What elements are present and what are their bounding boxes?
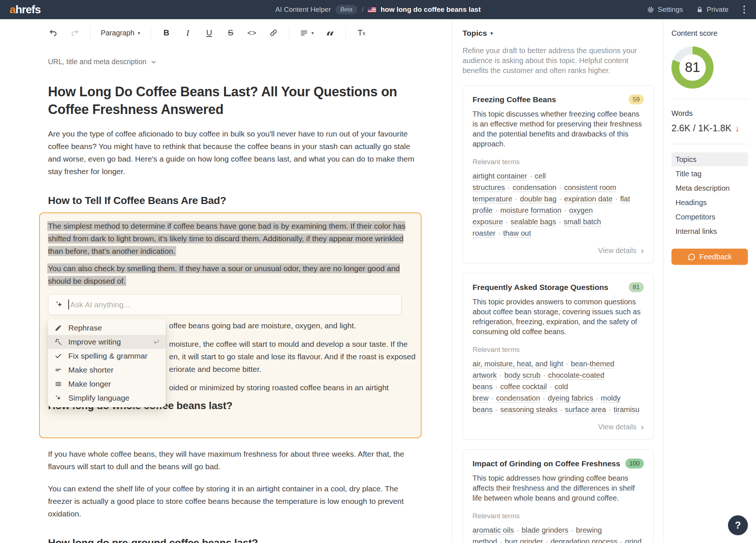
blockquote-button[interactable]: “ (322, 25, 338, 41)
term-separator: · (615, 195, 618, 203)
clear-formatting-button[interactable]: Tx (353, 25, 370, 41)
chevron-right-icon: › (641, 248, 644, 254)
topic-card-description: This topic addresses how grinding coffee… (472, 473, 644, 503)
help-button[interactable]: ? (728, 515, 748, 535)
relevant-terms-list: air, moisture, heat, and light·bean-them… (472, 358, 644, 415)
relevant-term[interactable]: body scrub (504, 371, 540, 380)
ai-menu-item-rephrase[interactable]: Rephrase (48, 321, 166, 335)
undo-button[interactable] (45, 25, 61, 41)
relevant-term[interactable]: airtight container (472, 172, 527, 181)
ai-menu-item-fix-spelling-grammar[interactable]: Fix spelling & grammar (48, 349, 166, 363)
link-button[interactable] (265, 25, 282, 41)
code-button[interactable]: <> (244, 25, 260, 41)
relevant-term[interactable]: surface area (565, 405, 606, 414)
sidebar-nav-topics[interactable]: Topics (671, 152, 748, 166)
url-meta-toggle[interactable]: URL, title and meta description (48, 58, 417, 66)
document-title[interactable]: how long do coffee beans last (381, 6, 481, 14)
ai-menu-item-improve-writing[interactable]: Improve writing (48, 335, 166, 349)
topic-score-badge: 81 (629, 282, 644, 292)
selected-paragraph: The simplest method to determine if coff… (48, 220, 413, 257)
ai-menu-item-make-shorter[interactable]: Make shorter (48, 363, 166, 377)
relevant-term[interactable]: burr grinder (505, 537, 543, 543)
term-separator: · (543, 371, 546, 379)
term-separator: · (543, 394, 545, 402)
chevron-down-icon (150, 59, 157, 65)
ai-menu-item-make-longer[interactable]: Make longer (48, 377, 166, 391)
obscured-text-line: oided or minimized by storing roasted co… (169, 381, 413, 394)
relevant-term[interactable]: air, moisture, heat, and light (472, 360, 563, 369)
term-separator: · (550, 383, 552, 391)
ai-menu-item-simplify-language[interactable]: Simplify language (48, 391, 166, 405)
relevant-term[interactable]: dyeing fabrics (548, 394, 593, 403)
relevant-term[interactable]: degradation process (550, 537, 617, 543)
term-separator: · (515, 195, 518, 203)
alignment-dropdown[interactable]: ▾ (297, 25, 317, 41)
topic-score-badge: 59 (629, 94, 644, 104)
sidebar-nav-internal-links[interactable]: Internal links (671, 224, 748, 238)
section-heading-preground: How long do pre-ground coffee beans last… (48, 537, 417, 543)
relevant-term[interactable]: double bag (520, 195, 557, 204)
intro-paragraph: Are you the type of coffee aficionado to… (48, 128, 417, 178)
view-details-label: View details (598, 423, 636, 431)
relevant-term[interactable]: condensation (512, 183, 556, 192)
relevant-term[interactable]: aromatic oils (472, 526, 514, 535)
relevant-term[interactable]: moisture formation (500, 206, 561, 215)
term-separator: · (491, 394, 494, 402)
breadcrumb-separator: / (362, 6, 364, 14)
relevant-terms-label: Relevant terms (472, 512, 644, 520)
content-score-value: 81 (685, 60, 700, 75)
selected-text: You can also check by smelling them. If … (48, 264, 400, 285)
topics-dropdown[interactable]: Topics ▾ (463, 29, 653, 38)
chat-bubble-icon (688, 253, 695, 261)
ai-selection-box: The simplest method to determine if coff… (39, 212, 422, 438)
body-paragraph: If you have whole coffee beans, they wil… (48, 448, 417, 473)
ask-ai-placeholder: Ask AI anything... (70, 300, 130, 309)
term-separator: · (508, 183, 510, 191)
redo-icon (71, 29, 79, 37)
settings-button[interactable]: Settings (647, 6, 683, 14)
bold-button[interactable]: B (158, 25, 175, 41)
relevant-term[interactable]: sealable bags (511, 218, 556, 226)
topics-panel: Topics ▾ Refine your draft to better add… (452, 19, 663, 543)
redo-button[interactable] (66, 25, 83, 41)
term-separator: · (500, 537, 502, 543)
term-separator: · (516, 526, 519, 534)
italic-button[interactable]: I (180, 25, 196, 41)
term-separator: · (560, 405, 563, 414)
sidebar-nav-competitors[interactable]: Competitors (671, 210, 748, 224)
private-button[interactable]: Private (696, 6, 728, 14)
topic-card-description: This topic provides answers to common qu… (472, 297, 644, 337)
shorten-icon (54, 366, 63, 374)
document-body[interactable]: URL, title and meta description How Long… (0, 46, 417, 543)
relevant-term[interactable]: tiramisu (614, 405, 639, 414)
term-separator: · (495, 206, 498, 214)
view-details-link[interactable]: View details› (472, 246, 644, 255)
feedback-button[interactable]: Feedback (671, 249, 748, 265)
wand-icon (54, 338, 63, 346)
editor-pane: Paragraph ▾ B I U S <> ▾ “ Tx U (0, 19, 452, 543)
ask-ai-input[interactable]: Ask AI anything... (48, 294, 402, 315)
sparkle-icon (54, 394, 63, 402)
ahrefs-logo[interactable]: ahrefs (10, 3, 41, 16)
relevant-term[interactable]: blade grinders (522, 526, 568, 535)
term-separator: · (495, 405, 498, 414)
sidebar-nav-headings[interactable]: Headings (671, 196, 748, 210)
strikethrough-button[interactable]: S (223, 25, 239, 41)
relevant-term[interactable]: coffee cocktail (500, 383, 547, 391)
underline-button[interactable]: U (201, 25, 217, 41)
undo-icon (49, 29, 58, 37)
lock-icon (696, 6, 703, 13)
relevant-term[interactable]: condensation (496, 394, 540, 403)
sidebar-nav-meta-description[interactable]: Meta description (671, 181, 748, 195)
trend-down-icon: ↓ (735, 123, 740, 134)
relevant-term[interactable]: expiration date (564, 195, 612, 204)
lengthen-icon (54, 380, 63, 388)
view-details-link[interactable]: View details› (472, 423, 644, 431)
relevant-term[interactable]: seasoning steaks (500, 405, 557, 414)
topic-card-description: This topic discusses whether freezing co… (472, 109, 644, 149)
relevant-term[interactable]: thaw out (503, 229, 531, 238)
more-options-menu[interactable] (742, 4, 747, 15)
paragraph-style-dropdown[interactable]: Paragraph ▾ (98, 25, 143, 41)
us-flag-icon (368, 7, 376, 13)
sidebar-nav-title-tag[interactable]: Title tag (671, 167, 748, 181)
